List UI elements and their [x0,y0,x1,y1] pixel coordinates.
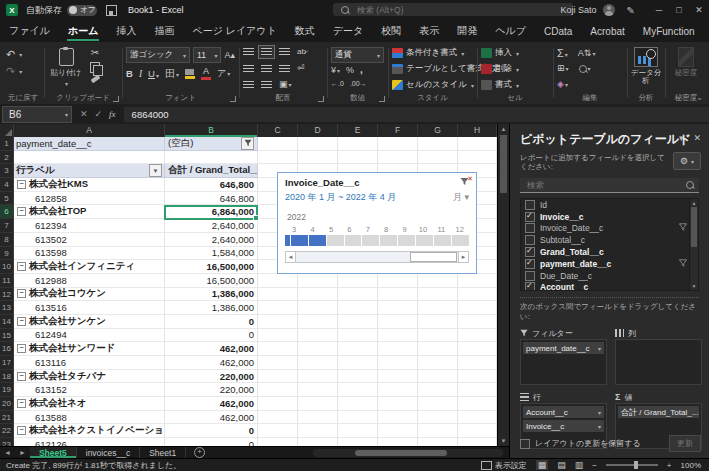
cell-f20[interactable] [378,397,418,411]
cell-d15[interactable] [298,329,338,343]
cell-f21[interactable] [378,411,418,425]
field-list-scroll-thumb[interactable] [691,207,697,247]
ribbon-tab-8[interactable]: 校閲 [372,20,410,42]
collapse-group-icon[interactable]: − [17,399,26,408]
cell-c20[interactable] [258,397,298,411]
decrease-indent-icon[interactable] [243,81,254,89]
cell-e2[interactable] [338,151,378,165]
cell-d22[interactable] [298,424,338,438]
row-header-20[interactable]: 20 [0,397,14,411]
decrease-decimal-icon[interactable]: .00→ [350,80,367,87]
timeline-segment-partial[interactable] [285,235,290,246]
font-color-button[interactable]: A [201,67,211,80]
cell-h1[interactable] [458,137,497,151]
row-labels-dropdown[interactable]: ▼ [149,164,162,177]
cell-h16[interactable] [458,342,497,356]
timeline-segment-12[interactable] [452,235,469,246]
zoom-out-icon[interactable]: − [592,461,597,470]
cell-h17[interactable] [458,356,497,370]
field-list-scrollbar[interactable]: ▲ ▼ [689,199,698,290]
page-layout-view-icon[interactable]: ▤ [557,460,566,470]
cell-d1[interactable] [298,137,338,151]
cell-b14[interactable]: 0 [165,315,258,329]
cell-h19[interactable] [458,383,497,397]
cell-a2[interactable] [14,151,165,165]
cell-a16[interactable]: −株式会社サンワード [14,342,165,356]
insert-cells-button[interactable]: 挿入▾ [481,47,519,59]
cell-g15[interactable] [418,329,458,343]
row-header-1[interactable]: 1 [0,137,14,151]
row-header-21[interactable]: 21 [0,411,14,425]
column-header-e[interactable]: E [338,124,378,137]
value-field-pill[interactable]: 合計 / Grand_Total_...▾ [618,406,699,418]
align-right-icon[interactable] [279,65,290,73]
cell-d2[interactable] [298,151,338,165]
cell-h13[interactable] [458,301,497,315]
cell-c23[interactable] [258,438,298,446]
close-button[interactable]: ✕ [689,0,709,20]
sensitivity-button[interactable]: 秘密度 [675,47,698,77]
cell-f11[interactable] [378,274,418,288]
field-item-due_date__c[interactable]: Due_Date__c [521,270,698,282]
pill-dropdown-icon[interactable]: ▾ [598,423,601,430]
row-header-8[interactable]: 8 [0,233,14,247]
row-header-22[interactable]: 22 [0,424,14,438]
fill-color-button[interactable] [185,69,195,79]
cell-a18[interactable]: −株式会社タチバナ [14,370,165,384]
cell-a7[interactable]: 612394 [14,219,165,233]
timeline-segment-6[interactable] [345,235,362,246]
row-header-11[interactable]: 11 [0,274,14,288]
name-box[interactable]: B6▾ [2,106,72,123]
cell-d13[interactable] [298,301,338,315]
copy-icon[interactable] [90,62,100,73]
row-header-9[interactable]: 9 [0,247,14,261]
field-item-invoice__c[interactable]: Invoice__c [521,211,698,223]
cell-h20[interactable] [458,397,497,411]
borders-button[interactable]: 田▾ [165,69,179,79]
cell-f2[interactable] [378,151,418,165]
insert-function-icon[interactable]: fx [109,109,116,119]
cell-d12[interactable] [298,288,338,302]
cell-g16[interactable] [418,342,458,356]
zoom-in-icon[interactable]: + [667,461,672,470]
underline-button[interactable]: U▾ [148,68,159,79]
collapse-ribbon-icon[interactable]: ⌄ [696,93,703,102]
percent-format-icon[interactable]: % [346,66,354,75]
data-analysis-button[interactable]: データ分析 [629,47,663,86]
timeline-scrollbar[interactable]: ◄ ► [285,251,469,263]
timeline-segment-8[interactable] [380,235,397,246]
cell-d20[interactable] [298,397,338,411]
pill-dropdown-icon[interactable]: ▾ [698,409,699,416]
cell-b23[interactable]: 0 [165,438,258,446]
cell-e11[interactable] [338,274,378,288]
cell-b2[interactable] [165,151,258,165]
format-painter-icon[interactable] [90,75,100,83]
update-button[interactable]: 更新 [669,435,701,452]
panel-close-icon[interactable]: ✕ [693,133,701,143]
field-item-id[interactable]: Id [521,199,698,211]
cell-b4[interactable]: 646,800 [165,178,258,192]
row-header-3[interactable]: 3 [0,164,14,178]
pivot-filter-button[interactable] [241,137,254,150]
column-header-g[interactable]: G [418,124,458,137]
timeline-segment-10[interactable] [416,235,433,246]
cell-a13[interactable]: 613516 [14,301,165,315]
cell-c1[interactable] [258,137,298,151]
cell-g2[interactable] [418,151,458,165]
undo-icon[interactable]: ↶ [6,49,15,60]
timeline-slicer[interactable]: Invoice_Date__c ✕ 2020 年 1 月 ~ 2022 年 4 … [277,172,477,274]
cell-h21[interactable] [458,411,497,425]
formula-input[interactable]: 6864000 [124,107,709,122]
field-checkbox-invoice_date__c[interactable] [525,223,535,233]
collapse-group-icon[interactable]: − [17,207,26,216]
increase-indent-icon[interactable] [261,81,272,89]
ribbon-tab-2[interactable]: ホーム [59,20,107,42]
collapse-group-icon[interactable]: − [17,372,26,381]
search-input[interactable] [355,4,559,16]
collapse-group-icon[interactable]: − [17,426,26,435]
merge-center-icon[interactable]: ▣▾ [279,80,292,89]
select-all-corner[interactable] [0,124,14,137]
ribbon-tab-12[interactable]: CData [535,20,581,42]
cell-h14[interactable] [458,315,497,329]
cell-d16[interactable] [298,342,338,356]
